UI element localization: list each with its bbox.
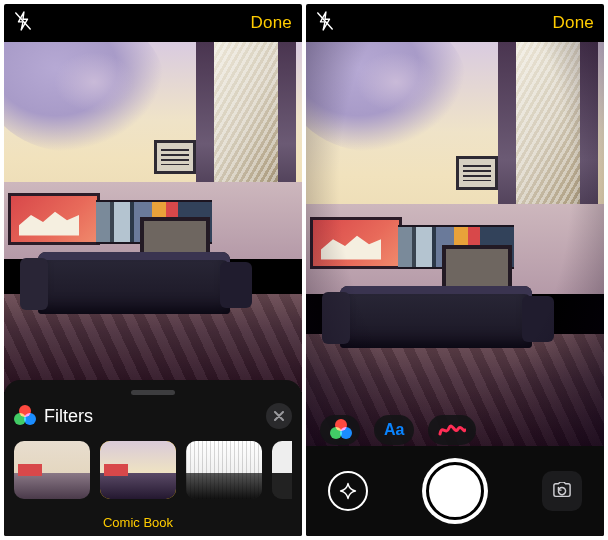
- filter-thumb-noir[interactable]: [272, 441, 292, 499]
- flash-off-icon[interactable]: [14, 10, 32, 36]
- filters-icon: [14, 405, 36, 427]
- camera-controls: [306, 446, 604, 536]
- top-bar: Done: [4, 4, 302, 42]
- shutter-button[interactable]: [422, 458, 488, 524]
- panel-grabber[interactable]: [131, 390, 175, 395]
- done-button[interactable]: Done: [553, 13, 594, 33]
- switch-camera-button[interactable]: [542, 471, 582, 511]
- text-effect-button[interactable]: Aa: [374, 415, 414, 445]
- close-panel-button[interactable]: [266, 403, 292, 429]
- filters-icon: [330, 419, 350, 441]
- filter-thumb-ink[interactable]: [186, 441, 262, 499]
- camera-preview: [4, 42, 302, 392]
- top-bar: Done: [306, 4, 604, 42]
- squiggle-icon: [438, 422, 466, 438]
- effects-bar: Aa: [306, 410, 604, 450]
- done-button[interactable]: Done: [251, 13, 292, 33]
- screenshot-camera-controls: Done Aa: [306, 4, 604, 536]
- shapes-effect-button[interactable]: [428, 415, 476, 445]
- filter-thumb-comic-book[interactable]: [100, 441, 176, 499]
- screenshot-filters-panel: Done Filters: [4, 4, 302, 536]
- selected-filter-label: Comic Book: [100, 515, 176, 530]
- filter-thumbnails: [14, 441, 292, 499]
- text-icon: Aa: [384, 421, 404, 439]
- panel-title: Filters: [44, 406, 258, 427]
- flash-off-icon[interactable]: [316, 10, 334, 36]
- camera-preview: [306, 42, 604, 448]
- filters-button[interactable]: [320, 415, 360, 445]
- filter-thumb-original[interactable]: [14, 441, 90, 499]
- effects-toggle-button[interactable]: [328, 471, 368, 511]
- switch-camera-icon: [551, 482, 573, 500]
- star-icon: [338, 481, 358, 501]
- filters-panel: Filters Comic Book: [4, 380, 302, 536]
